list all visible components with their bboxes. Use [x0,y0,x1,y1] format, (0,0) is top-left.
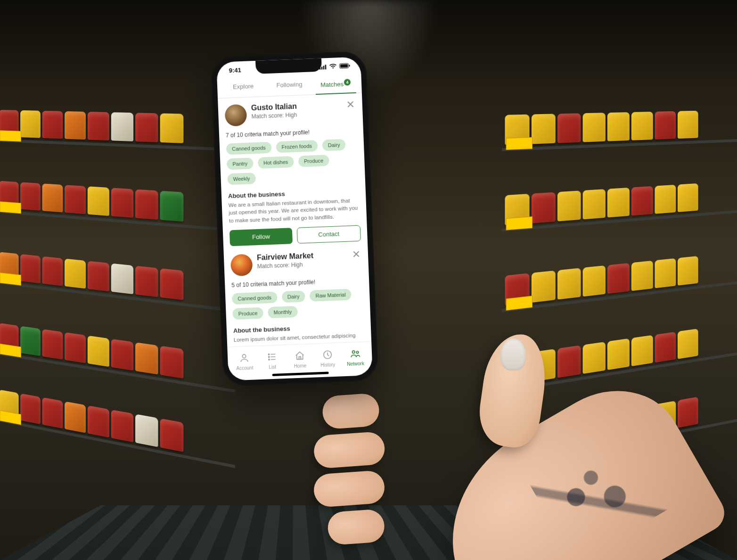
nav-network[interactable]: Network [341,345,370,370]
svg-point-7 [243,354,246,358]
home-icon [295,350,305,362]
svg-point-12 [269,359,270,360]
tab-explore-label: Explore [233,82,254,91]
business-name: Fairview Market [257,251,314,262]
about-text: We are a small Italian restaurant in dow… [229,197,360,224]
tab-matches[interactable]: Matches4 [312,74,359,95]
business-avatar[interactable] [230,254,253,276]
battery-icon [339,63,350,69]
criteria-summary: 7 of 10 criteria match your profile! [226,127,357,139]
nav-label: Account [236,365,254,371]
tag-chip[interactable]: Frozen foods [276,140,318,153]
follow-button[interactable]: Follow [229,228,293,246]
scene-background: 9:41 [0,0,737,560]
tag-list: Canned goods Dairy Raw Material Produce … [232,288,364,320]
nav-home[interactable]: Home [286,347,314,372]
match-card: Gusto Italian Match score: High 7 of 10 … [225,100,361,246]
tag-list: Canned goods Frozen foods Dairy Pantry H… [226,139,359,185]
tab-following-label: Following [276,81,302,89]
dismiss-button[interactable] [351,248,362,259]
wifi-icon [329,63,336,69]
tag-chip[interactable]: Produce [232,307,263,319]
tag-chip[interactable]: Dairy [281,290,305,303]
account-icon [239,352,250,364]
svg-rect-3 [325,65,326,69]
nav-label: History [320,362,336,367]
contact-label: Contact [318,230,339,238]
tag-chip[interactable]: Produce [298,155,329,167]
nav-history[interactable]: History [313,346,342,371]
nav-list[interactable]: List [258,348,287,373]
tag-chip[interactable]: Hot dishes [258,156,294,169]
status-time: 9:41 [229,66,242,74]
match-score: Match score: High [251,112,297,120]
tag-chip[interactable]: Canned goods [226,142,271,155]
dismiss-button[interactable] [345,99,356,110]
phone-screen: 9:41 [216,57,373,380]
matches-badge: 4 [344,79,351,86]
tag-chip[interactable]: Raw Material [310,288,352,301]
left-shelf [0,71,235,483]
svg-rect-2 [323,66,325,69]
svg-point-10 [269,356,270,357]
tab-following[interactable]: Following [266,75,312,96]
contact-button[interactable]: Contact [297,225,361,243]
nav-label: List [269,364,276,370]
match-score: Match score: High [257,261,314,270]
svg-point-16 [356,351,359,353]
history-icon [322,349,333,361]
network-icon [350,348,360,360]
svg-rect-6 [349,65,350,66]
svg-point-15 [352,350,355,353]
business-avatar[interactable] [225,104,247,127]
matches-list[interactable]: Gusto Italian Match score: High 7 of 10 … [218,93,371,347]
nav-account[interactable]: Account [230,349,259,374]
follow-label: Follow [252,233,270,240]
svg-point-8 [269,354,270,354]
status-icons [319,63,350,70]
phone: 9:41 [211,51,379,387]
criteria-summary: 5 of 10 criteria match your profile! [231,277,362,288]
tag-chip[interactable]: Canned goods [232,291,277,305]
phone-notch [255,58,322,74]
tag-chip[interactable]: Monthly [268,306,297,318]
tag-chip[interactable]: Dairy [322,139,346,151]
nav-label: Network [347,361,364,366]
right-shelf [502,71,737,483]
business-name: Gusto Italian [251,102,297,113]
floor [0,505,737,560]
tag-chip[interactable]: Weekly [227,173,256,185]
tab-explore[interactable]: Explore [220,77,267,98]
match-card: Fairview Market Match score: High 5 of 1… [230,249,365,344]
svg-rect-1 [321,66,323,69]
nav-label: Home [294,363,306,369]
tag-chip[interactable]: Pantry [227,158,254,170]
tab-matches-label: Matches [320,81,344,89]
svg-rect-5 [340,64,348,68]
list-icon [267,351,278,363]
